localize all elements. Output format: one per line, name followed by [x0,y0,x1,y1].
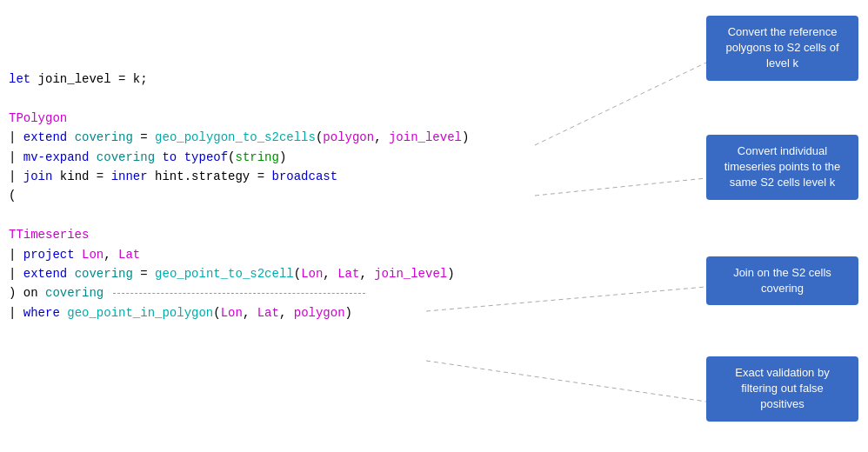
code-line-1: let join_level = k; [9,70,548,89]
code-line-project: | project Lon, Lat [9,245,548,264]
code-line-on-covering: ) on covering [9,283,548,302]
code-line-where: | where geo_point_in_polygon(Lon, Lat, p… [9,303,548,322]
svg-line-3 [426,361,706,402]
code-block: let join_level = k; TPolygon | extend co… [9,70,548,322]
annotation-box-1: Convert the reference polygons to S2 cel… [706,16,858,81]
code-line-tpolygon: TPolygon [9,109,548,128]
code-line-paren-open: ( [9,186,548,205]
annotation-box-4: Exact validation by filtering out false … [706,356,858,422]
code-line-extend2: | extend covering = geo_point_to_s2cell(… [9,264,548,283]
code-line-extend1: | extend covering = geo_polygon_to_s2cel… [9,128,548,147]
annotation-box-3: Join on the S2 cells covering [706,256,858,305]
svg-line-1 [535,178,706,196]
svg-line-0 [535,63,706,145]
code-line-mvexpand: | mv-expand covering to typeof(string) [9,148,548,167]
code-line-ttimeseries: TTimeseries [9,225,548,244]
annotation-box-2: Convert individual timeseries points to … [706,135,858,200]
code-line-join: | join kind = inner hint.strategy = broa… [9,167,548,186]
